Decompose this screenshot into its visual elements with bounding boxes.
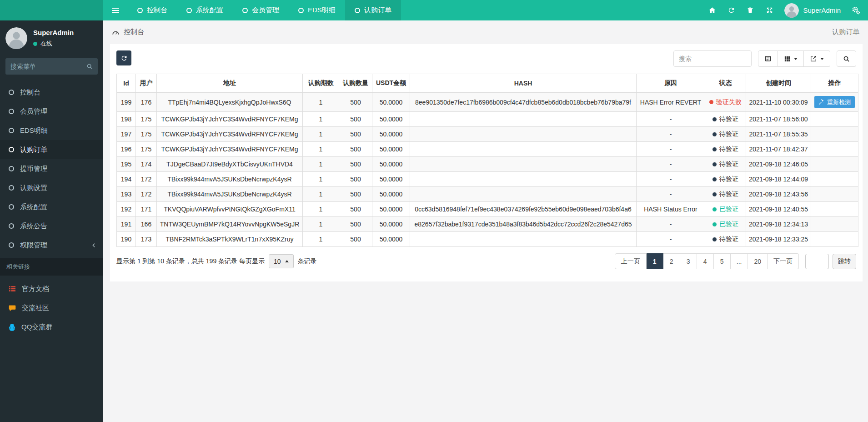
circle-icon xyxy=(9,147,14,152)
cell-period: 1 xyxy=(303,127,339,142)
circle-icon xyxy=(9,242,14,248)
column-header-7: HASH xyxy=(410,74,637,93)
search-icon[interactable] xyxy=(86,63,93,70)
online-status[interactable]: 在线 xyxy=(33,40,74,48)
cell-action: 重新检测 xyxy=(811,93,858,112)
sidebar-item-8[interactable]: 系统公告 xyxy=(0,216,103,236)
cell-user: 171 xyxy=(136,202,157,217)
page-button-20[interactable]: 20 xyxy=(748,253,768,269)
page-button-上一页[interactable]: 上一页 xyxy=(615,253,647,269)
table-row: 197175TCWKGPJb43jYJchYC3S4WvdRFNYCF7KEMg… xyxy=(117,127,858,142)
refresh-icon xyxy=(728,6,735,14)
search-submit-button[interactable] xyxy=(837,50,856,67)
online-dot-icon xyxy=(33,42,37,46)
sidebar-item-7[interactable]: 系统配置 xyxy=(0,197,103,216)
page-button-下一页[interactable]: 下一页 xyxy=(768,253,799,269)
sidebar-username: SuperAdmin xyxy=(33,29,74,36)
cell-status: 已验证 xyxy=(705,202,746,217)
sidebar-item-4[interactable]: 认购订单 xyxy=(0,140,103,159)
page-button-3[interactable]: 3 xyxy=(680,253,697,269)
cell-status: 待验证 xyxy=(705,232,746,247)
recheck-button[interactable]: 重新检测 xyxy=(814,96,855,108)
card-toolbar xyxy=(116,50,856,67)
columns-button[interactable] xyxy=(778,50,804,67)
breadcrumb-home[interactable]: 控制台 xyxy=(112,28,144,36)
sidebar-search xyxy=(5,58,98,75)
doc-list-icon xyxy=(9,286,16,292)
home-button[interactable] xyxy=(702,0,722,20)
sidebar-item-3[interactable]: EDS明细 xyxy=(0,121,103,140)
page-size-value: 10 xyxy=(274,258,281,265)
page-size-select[interactable]: 10 xyxy=(269,254,294,268)
circle-icon xyxy=(186,8,192,13)
nav-tab-5[interactable]: 认购订单 xyxy=(345,0,401,20)
nav-menu: 控制台系统配置会员管理EDS明细认购订单 xyxy=(128,0,401,20)
sidebar-item-6[interactable]: 认购设置 xyxy=(0,178,103,197)
table-search-input[interactable] xyxy=(673,50,752,67)
sidebar-item-label: EDS明细 xyxy=(20,126,48,135)
cell-address: TJDgeCBaaD7Jt9eBdyXTbCisvyUKnTHVD4 xyxy=(157,157,303,172)
sidebar-link-label: 交流社区 xyxy=(22,304,49,312)
nav-tab-3[interactable]: 会员管理 xyxy=(233,0,289,20)
records-info-text: 显示第 1 到第 10 条记录，总共 199 条记录 每页显示 xyxy=(116,257,265,266)
cell-created: 2021-09-18 12:33:25 xyxy=(746,232,811,247)
status-label: 待验证 xyxy=(719,175,738,183)
jump-button[interactable]: 跳转 xyxy=(833,254,856,269)
column-header-6: USDT金额 xyxy=(372,74,410,93)
cell-address: TKVQQpiuVARWpfvvPtNGtQkGZgXGoFmX11 xyxy=(157,202,303,217)
sidebar-item-9[interactable]: 权限管理 xyxy=(0,236,103,255)
nav-tab-4[interactable]: EDS明细 xyxy=(289,0,345,20)
page-button-2[interactable]: 2 xyxy=(663,253,680,269)
cell-status: 待验证 xyxy=(705,187,746,202)
table-row: 194172TBixx99k944mvA5JSUKsDbeNcrwpzK4ysR… xyxy=(117,172,858,187)
nav-tab-1[interactable]: 控制台 xyxy=(128,0,177,20)
toggle-pagination-button[interactable] xyxy=(758,50,778,67)
status-label: 待验证 xyxy=(719,145,738,153)
nav-tab-2[interactable]: 系统配置 xyxy=(177,0,233,20)
cell-address: TTpEhj7n4mi4BQLyexsKjxhgQpJoHwxS6Q xyxy=(157,93,303,112)
cell-created: 2021-11-10 00:30:09 xyxy=(746,93,811,112)
fullscreen-button[interactable] xyxy=(760,0,779,20)
page-button-5[interactable]: 5 xyxy=(714,253,731,269)
cell-period: 1 xyxy=(303,172,339,187)
page-button-1[interactable]: 1 xyxy=(647,253,663,269)
page-button-4[interactable]: 4 xyxy=(697,253,714,269)
breadcrumb-label: 控制台 xyxy=(124,28,144,36)
column-header-4: 认购期数 xyxy=(303,74,339,93)
refresh-button[interactable] xyxy=(722,0,741,20)
cell-quantity: 500 xyxy=(339,112,372,127)
sidebar-link-1[interactable]: 官方文档 xyxy=(0,279,103,298)
export-button[interactable] xyxy=(804,50,830,67)
sidebar-section-label: 相关链接 xyxy=(0,258,103,276)
page-button-...[interactable]: ... xyxy=(731,253,748,269)
user-menu[interactable]: SuperAdmin xyxy=(779,3,846,18)
top-navbar: 控制台系统配置会员管理EDS明细认购订单 SuperAdmin xyxy=(0,0,868,20)
column-header-2: 用户 xyxy=(136,74,157,93)
cell-user: 175 xyxy=(136,142,157,157)
table-row: 192171TKVQQpiuVARWpfvvPtNGtQkGZgXGoFmX11… xyxy=(117,202,858,217)
sidebar-item-1[interactable]: 控制台 xyxy=(0,83,103,102)
jump-page-input[interactable] xyxy=(805,254,829,269)
cell-address: TNTW3QEUymBMP7kQ14RYovvNpgKW5eSgJR xyxy=(157,217,303,232)
sidebar-toggle-button[interactable] xyxy=(103,0,128,20)
sidebar-item-5[interactable]: 提币管理 xyxy=(0,159,103,178)
clear-cache-button[interactable] xyxy=(741,0,760,20)
search-icon xyxy=(843,55,850,62)
sidebar-item-2[interactable]: 会员管理 xyxy=(0,102,103,121)
sidebar-link-3[interactable]: QQ交流群 xyxy=(0,317,103,337)
cell-period: 1 xyxy=(303,232,339,247)
menu-search-input[interactable] xyxy=(10,63,86,70)
sidebar-link-2[interactable]: 交流社区 xyxy=(0,298,103,317)
cell-created: 2021-09-18 12:46:05 xyxy=(746,157,811,172)
cell-quantity: 500 xyxy=(339,157,372,172)
cell-address: TCWKGPJb43jYJchYC3S4WvdRFNYCF7KEMg xyxy=(157,112,303,127)
cell-id: 196 xyxy=(117,142,136,157)
main-content: 控制台 认购订单 xyxy=(103,0,868,281)
table-refresh-button[interactable] xyxy=(116,50,131,65)
settings-button[interactable] xyxy=(846,0,865,20)
status-label: 待验证 xyxy=(719,190,738,198)
table-header-row: Id用户地址认购期数认购数量USDT金额HASH原因状态创建时间操作 xyxy=(117,74,858,93)
avatar xyxy=(784,3,799,18)
breadcrumb: 控制台 认购订单 xyxy=(103,20,868,43)
navbar-actions: SuperAdmin xyxy=(702,0,868,20)
